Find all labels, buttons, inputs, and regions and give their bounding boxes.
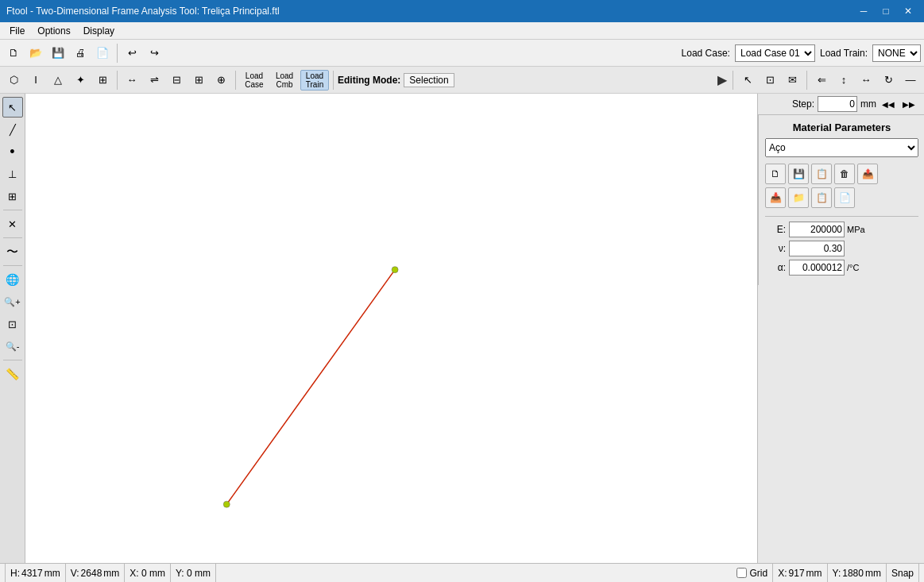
save-btn[interactable]: 💾 (48, 43, 68, 64)
rp-a1-btn[interactable]: 📥 (765, 187, 786, 208)
select-mode-btn[interactable]: ↖ (737, 70, 758, 91)
zoom-out-btn[interactable]: 🔍- (2, 336, 23, 357)
editing-mode-value: Selection (404, 73, 454, 87)
editing-mode-area: Editing Mode: Selection (338, 73, 454, 87)
param-v-input[interactable] (789, 241, 845, 256)
main-area: ↖ ╱ • ⊥ ⊞ ✕ 〜 🌐 🔍+ ⊡ 🔍- 📏 Step: mm ◀◀ ▶▶ (0, 94, 924, 563)
step-inc-btn[interactable]: ▶▶ (900, 95, 918, 113)
curve-tool-btn[interactable]: 〜 (2, 241, 23, 262)
menu-display[interactable]: Display (77, 24, 121, 38)
point-tool-btn[interactable]: • (2, 141, 23, 162)
rp-export-btn[interactable]: 📤 (857, 164, 878, 184)
envelope-btn[interactable]: ✉ (782, 70, 802, 91)
window-title: Ftool - Two-Dimensional Frame Analysis T… (6, 6, 280, 17)
tb2-tool-h[interactable]: ⊟ (166, 70, 187, 91)
close-button[interactable]: ✕ (899, 3, 918, 19)
step-unit: mm (860, 98, 876, 110)
right-wrapper: Step: mm ◀◀ ▶▶ Material Parameters Aço C… (757, 94, 924, 563)
zoom-fit-btn[interactable]: ⊡ (2, 314, 23, 334)
menu-file[interactable]: File (3, 24, 31, 38)
rp-delete-btn[interactable]: 🗑 (834, 164, 855, 184)
toolbar2-sep1 (117, 71, 118, 90)
arrow-left-btn[interactable]: ⇐ (811, 70, 832, 91)
drawing-canvas[interactable] (25, 94, 757, 563)
rp-a4-btn[interactable]: 📄 (834, 187, 855, 208)
right-panel: Material Parameters Aço Concreto Madeira… (758, 115, 924, 285)
menu-options[interactable]: Options (31, 24, 76, 38)
rot-btn[interactable]: ↻ (878, 70, 899, 91)
lt-sep1 (3, 210, 22, 210)
support-tool-btn[interactable]: ⊥ (2, 164, 23, 184)
select-tool-btn[interactable]: ↖ (2, 97, 23, 118)
grid-checkbox[interactable] (736, 568, 747, 578)
undo-btn[interactable]: ↩ (122, 43, 142, 64)
rp-copy-btn[interactable]: 📋 (811, 164, 832, 184)
view-tool-btn[interactable]: 🌐 (2, 269, 23, 290)
status-h-label: H: (10, 568, 20, 579)
ruler-btn[interactable]: 📏 (2, 364, 23, 384)
export-btn[interactable]: 📄 (92, 43, 113, 64)
open-file-btn[interactable]: 📂 (25, 43, 46, 64)
rp-new-btn[interactable]: 🗋 (765, 164, 786, 184)
load-case-select[interactable]: Load Case 01 (735, 44, 815, 62)
status-x2-label: X: (778, 568, 787, 579)
minimize-button[interactable]: ─ (854, 3, 873, 19)
param-alpha-input[interactable] (789, 260, 845, 276)
param-v-label: ν: (765, 243, 786, 254)
status-h: H: 4317 mm (5, 564, 66, 582)
tb2-tool-g[interactable]: ⇌ (144, 70, 164, 91)
canvas-area[interactable] (25, 94, 757, 563)
material-dropdown[interactable]: Aço Concreto Madeira (765, 138, 918, 157)
tb2-tool-c[interactable]: △ (48, 70, 68, 91)
step-dec-btn[interactable]: ◀◀ (880, 95, 897, 113)
param-alpha-unit: /°C (847, 263, 859, 272)
status-v: V: 2648 mm (66, 564, 126, 582)
status-h-unit: mm (44, 568, 60, 579)
status-v-value: 2648 (81, 568, 102, 579)
new-file-btn[interactable]: 🗋 (3, 43, 24, 64)
svg-line-0 (226, 270, 395, 505)
param-v-row: ν: (765, 241, 918, 256)
param-alpha-label: α: (765, 262, 786, 273)
rp-a3-btn[interactable]: 📋 (811, 187, 832, 208)
load-train-btn[interactable]: LoadTrain (300, 70, 329, 91)
status-h-value: 4317 (21, 568, 43, 579)
grid-tool-btn[interactable]: ⊞ (2, 186, 23, 206)
vert-arrows-btn[interactable]: ↕ (833, 70, 854, 91)
dash-btn[interactable]: — (900, 70, 921, 91)
rp-save-btn[interactable]: 💾 (788, 164, 809, 184)
cross-tool-btn[interactable]: ✕ (2, 214, 23, 234)
tb2-tool-f[interactable]: ↔ (122, 70, 142, 91)
svg-point-1 (223, 501, 230, 507)
tb2-tool-j[interactable]: ⊕ (211, 70, 231, 91)
step-input[interactable] (818, 96, 857, 112)
zoom-in-btn[interactable]: 🔍+ (2, 291, 23, 312)
horiz-arrows-btn[interactable]: ↔ (856, 70, 876, 91)
tb2-tool-b[interactable]: I (25, 70, 46, 91)
tb2-tool-i[interactable]: ⊞ (188, 70, 209, 91)
lt-sep2 (3, 237, 22, 238)
param-e-label: E: (765, 224, 786, 235)
node-select-btn[interactable]: ⊡ (760, 70, 780, 91)
print-btn[interactable]: 🖨 (70, 43, 91, 64)
redo-btn[interactable]: ↪ (144, 43, 164, 64)
status-snap: Snap (887, 564, 919, 582)
maximize-button[interactable]: □ (876, 3, 895, 19)
status-x2-value: 917 (789, 568, 805, 579)
line-tool-btn[interactable]: ╱ (2, 119, 23, 140)
load-comb-btn[interactable]: LoadCmb (270, 70, 299, 91)
rp-a2-btn[interactable]: 📁 (788, 187, 809, 208)
tb2-tool-e[interactable]: ⊞ (92, 70, 113, 91)
tb2-tool-a[interactable]: ⬡ (3, 70, 24, 91)
load-train-select[interactable]: NONE (872, 44, 921, 62)
load-case-btn[interactable]: LoadCase (240, 70, 269, 91)
status-y-label: Y: 0 mm (176, 568, 211, 579)
tb2-tool-d[interactable]: ✦ (70, 70, 91, 91)
status-bar: H: 4317 mm V: 2648 mm X: 0 mm Y: 0 mm Gr… (0, 563, 924, 582)
status-v-label: V: (71, 568, 79, 579)
toolbar1-separator (117, 44, 118, 63)
status-x-label: X: 0 mm (130, 568, 165, 579)
panel-icons-row2: 📥 📁 📋 📄 (765, 187, 918, 208)
toolbar2-right: ▶ ↖ ⊡ ✉ ⇐ ↕ ↔ ↻ — (716, 70, 921, 91)
param-e-input[interactable] (789, 222, 845, 237)
